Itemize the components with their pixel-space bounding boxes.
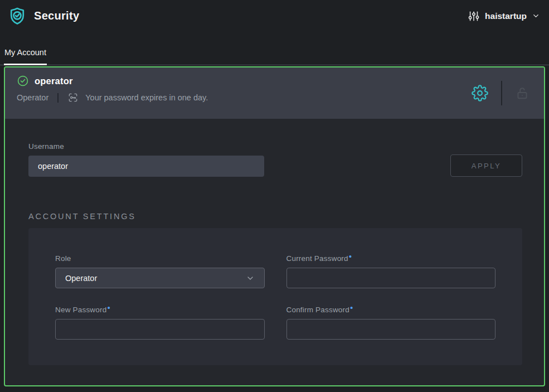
user-summary-header: operator Operator Your password expires …	[5, 67, 544, 119]
confirm-password-input[interactable]	[286, 319, 496, 340]
confirm-password-field-group: Confirm Password•	[286, 306, 496, 340]
new-password-input[interactable]	[55, 319, 265, 340]
required-marker: •	[349, 251, 352, 261]
divider	[57, 93, 59, 103]
app-bar: Security haistartup	[0, 0, 549, 32]
divider	[501, 81, 502, 105]
username-label: Username	[28, 142, 264, 151]
role-select[interactable]: Operator	[55, 268, 265, 288]
password-key-icon	[67, 92, 79, 103]
apply-button[interactable]: APPLY	[450, 154, 522, 177]
confirm-password-label: Confirm Password•	[286, 306, 496, 314]
account-menu[interactable]: haistartup	[468, 10, 540, 22]
check-circle-icon	[17, 75, 29, 87]
section-title-account-settings: ACCOUNT SETTINGS	[28, 212, 522, 221]
username-input[interactable]	[28, 156, 264, 177]
new-password-field-group: New Password•	[55, 306, 265, 340]
page-title: Security	[34, 9, 79, 22]
new-password-label: New Password•	[55, 306, 265, 314]
settings-gear-button[interactable]	[472, 85, 488, 101]
current-password-field-group: Current Password•	[286, 254, 496, 288]
current-password-input[interactable]	[286, 268, 496, 288]
user-role: Operator	[17, 93, 48, 102]
chevron-down-icon	[246, 274, 255, 283]
unlock-button[interactable]	[515, 86, 529, 100]
my-account-panel: operator Operator Your password expires …	[4, 66, 545, 386]
tab-bar: My Account	[0, 32, 549, 65]
account-form: Username APPLY ACCOUNT SETTINGS Role Ope…	[5, 119, 544, 365]
role-field-group: Role Operator	[55, 254, 265, 288]
sliders-icon	[468, 10, 480, 22]
role-label: Role	[55, 254, 265, 263]
account-settings-card: Role Operator Current Password• New Pass…	[28, 228, 522, 365]
chevron-down-icon	[532, 12, 540, 20]
required-marker: •	[350, 303, 353, 312]
gear-icon	[472, 85, 488, 101]
tab-my-account[interactable]: My Account	[4, 48, 47, 65]
password-expiry-notice: Your password expires in one day.	[85, 93, 208, 102]
unlock-icon	[515, 86, 529, 100]
user-name: operator	[35, 76, 73, 86]
shield-check-icon	[8, 7, 27, 26]
account-name: haistartup	[485, 11, 527, 21]
required-marker: •	[107, 303, 110, 312]
role-selected-value: Operator	[65, 274, 97, 283]
current-password-label: Current Password•	[286, 254, 496, 263]
